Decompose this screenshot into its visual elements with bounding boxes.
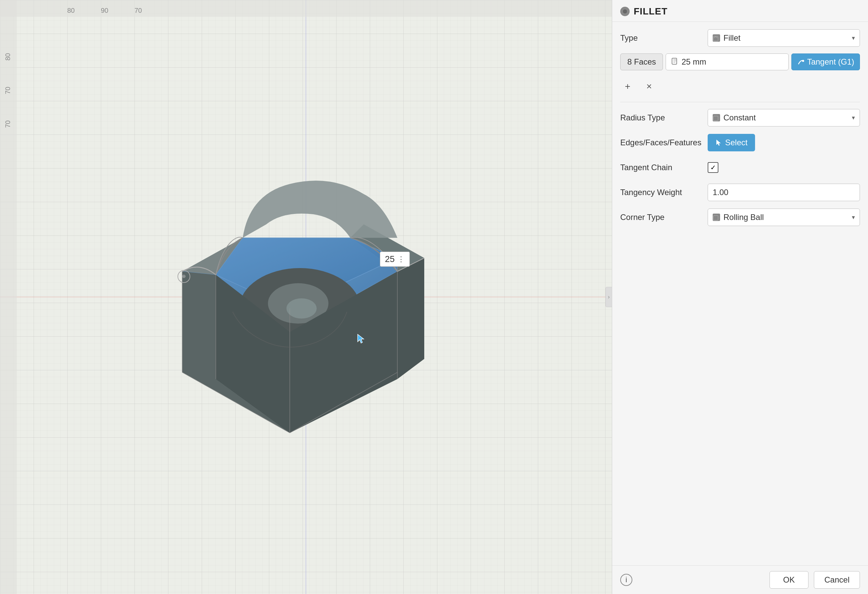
tangency-weight-value: 1.00 xyxy=(713,188,728,197)
panel-title: FILLET xyxy=(634,6,668,17)
radius-type-dropdown[interactable]: Constant ▾ xyxy=(708,109,860,127)
svg-text:80: 80 xyxy=(4,53,12,61)
remove-face-button[interactable]: × xyxy=(642,79,657,94)
svg-text:⊕: ⊕ xyxy=(182,273,186,279)
radius-type-chevron: ▾ xyxy=(852,114,855,121)
tangent-chain-row: Tangent Chain ✓ xyxy=(620,158,860,177)
mm-value: 25 mm xyxy=(681,57,706,66)
panel-body: Type Fillet ▾ xyxy=(612,22,868,565)
type-dropdown[interactable]: Fillet ▾ xyxy=(708,29,860,47)
mm-badge[interactable]: 25 mm xyxy=(666,53,789,70)
add-face-button[interactable]: + xyxy=(620,79,635,94)
svg-rect-36 xyxy=(713,36,718,41)
corner-type-chevron: ▾ xyxy=(852,214,855,221)
svg-text:90: 90 xyxy=(101,7,108,14)
svg-text:70: 70 xyxy=(134,7,142,14)
faces-row: 8 Faces 25 mm Tangent (G1) xyxy=(620,53,860,70)
svg-rect-39 xyxy=(713,116,718,121)
corner-type-value: Rolling Ball xyxy=(723,213,764,222)
svg-text:80: 80 xyxy=(67,7,75,14)
panel-collapse-handle[interactable]: › xyxy=(605,287,612,307)
corner-type-dropdown[interactable]: Rolling Ball ▾ xyxy=(708,208,860,226)
add-remove-area: + × xyxy=(620,76,860,102)
type-control: Fillet ▾ xyxy=(708,29,860,47)
tangent-badge[interactable]: Tangent (G1) xyxy=(791,53,860,70)
mm-doc-icon xyxy=(671,58,679,66)
dimension-label[interactable]: 25 ⋮ xyxy=(380,251,410,267)
radius-type-label: Radius Type xyxy=(620,113,708,123)
panel-header: FILLET xyxy=(612,0,868,22)
edges-control: Select xyxy=(708,134,860,151)
ok-button[interactable]: OK xyxy=(769,571,809,589)
tangency-weight-input[interactable]: 1.00 xyxy=(708,184,860,201)
select-button[interactable]: Select xyxy=(708,134,755,151)
radius-type-icon xyxy=(713,114,720,121)
footer-buttons: OK Cancel xyxy=(769,571,860,589)
edges-label: Edges/Faces/Features xyxy=(620,138,708,147)
tangent-chain-label: Tangent Chain xyxy=(620,163,708,172)
3d-viewport[interactable]: 80 90 70 80 70 70 xyxy=(0,0,612,594)
type-dropdown-value: Fillet xyxy=(723,33,741,43)
tangent-chain-checkbox[interactable]: ✓ xyxy=(708,162,718,173)
faces-count-label: 8 Faces xyxy=(627,57,656,66)
type-dropdown-chevron: ▾ xyxy=(852,34,855,42)
select-cursor-icon xyxy=(715,139,722,146)
info-icon-label: i xyxy=(626,575,627,584)
svg-marker-23 xyxy=(182,272,216,379)
svg-text:70: 70 xyxy=(4,120,12,128)
svg-text:70: 70 xyxy=(4,87,12,94)
svg-point-35 xyxy=(623,9,627,14)
3d-model: ⊕ xyxy=(149,143,451,463)
corner-type-row: Corner Type Rolling Ball ▾ xyxy=(620,208,860,227)
tangency-weight-control: 1.00 xyxy=(708,184,860,201)
corner-type-control: Rolling Ball ▾ xyxy=(708,208,860,226)
type-label: Type xyxy=(620,33,708,43)
corner-type-label: Corner Type xyxy=(620,213,708,222)
svg-marker-40 xyxy=(716,140,721,146)
panel-footer: i OK Cancel xyxy=(612,565,868,594)
radius-type-control: Constant ▾ xyxy=(708,109,860,127)
faces-badge[interactable]: 8 Faces xyxy=(620,53,663,70)
dimension-value: 25 xyxy=(385,254,395,264)
type-dropdown-icon xyxy=(713,34,720,42)
info-button[interactable]: i xyxy=(620,574,632,586)
cancel-button[interactable]: Cancel xyxy=(814,571,860,589)
panel-header-icon xyxy=(620,7,630,16)
tangency-weight-label: Tangency Weight xyxy=(620,188,708,197)
radius-type-value: Constant xyxy=(723,113,756,123)
svg-rect-5 xyxy=(0,0,612,17)
svg-point-31 xyxy=(286,298,317,319)
cursor-arrow xyxy=(356,333,367,344)
corner-type-icon xyxy=(713,214,720,221)
tangent-chain-control: ✓ xyxy=(708,162,860,173)
tangent-label: Tangent (G1) xyxy=(807,57,854,66)
svg-marker-34 xyxy=(358,334,364,343)
dimension-dots[interactable]: ⋮ xyxy=(397,255,405,264)
tangency-weight-row: Tangency Weight 1.00 xyxy=(620,183,860,202)
radius-type-row: Radius Type Constant ▾ xyxy=(620,108,860,127)
fillet-panel: › FILLET Type xyxy=(612,0,868,594)
edges-row: Edges/Faces/Features Select xyxy=(620,133,860,152)
svg-rect-37 xyxy=(672,58,677,64)
svg-point-38 xyxy=(802,60,804,62)
select-button-label: Select xyxy=(725,138,748,147)
tangent-icon xyxy=(797,58,805,66)
svg-rect-41 xyxy=(713,216,718,220)
type-row: Type Fillet ▾ xyxy=(620,29,860,47)
